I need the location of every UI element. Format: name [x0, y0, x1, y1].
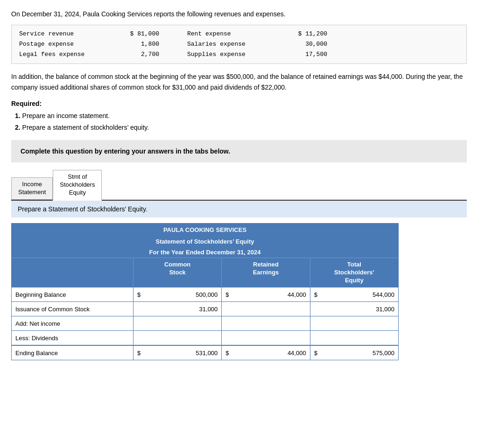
table-row-ending-balance: Ending Balance $ 531,000 $ 44,000 $ 575,…: [12, 345, 398, 360]
beginning-retained-value: 44,000: [231, 291, 306, 298]
stmt-col-headers: CommonStock RetainedEarnings TotalStockh…: [12, 258, 398, 287]
tab-stockholders-equity[interactable]: Stmt ofStockholdersEquity: [53, 170, 102, 201]
dividends-total[interactable]: [310, 331, 398, 345]
required-label: Required:: [11, 100, 467, 107]
supplies-expense-label: Supplies expense: [187, 49, 246, 60]
table-row-beginning-balance: Beginning Balance $ 500,000 $ 44,000 $ 5…: [12, 287, 398, 301]
data-item-salaries-expense: Salaries expense 30,000: [187, 39, 327, 49]
net-income-label: Add: Net income: [12, 316, 133, 330]
ending-balance-total[interactable]: $ 575,000: [310, 346, 398, 360]
beginning-balance-common[interactable]: $ 500,000: [133, 287, 221, 301]
dividends-common[interactable]: [133, 331, 221, 345]
ending-balance-common[interactable]: $ 531,000: [133, 346, 221, 360]
item-2-num: 2.: [15, 124, 21, 131]
item-2-text: Prepare a statement of stockholders’ equ…: [22, 124, 149, 131]
beginning-common-value: 500,000: [142, 291, 218, 298]
issuance-common-value: 31,000: [137, 306, 218, 313]
col-header-common-stock: CommonStock: [133, 258, 221, 287]
left-data-col: Service revenue $ 81,000 Postage expense…: [19, 29, 159, 60]
issuance-total[interactable]: 31,000: [310, 302, 398, 316]
complete-box: Complete this question by entering your …: [11, 140, 467, 162]
required-item-1: 1. Prepare an income statement.: [15, 111, 467, 121]
net-income-retained[interactable]: [221, 316, 309, 330]
tab-instruction-text: Prepare a Statement of Stockholders’ Equ…: [18, 205, 148, 213]
stmt-title: Statement of Stockholders’ Equity: [12, 236, 398, 247]
net-income-common[interactable]: [133, 316, 221, 330]
salaries-expense-label: Salaries expense: [187, 39, 246, 49]
ending-common-value: 531,000: [142, 350, 218, 357]
legal-fees-label: Legal fees expense: [19, 49, 84, 60]
beginning-balance-label: Beginning Balance: [12, 287, 133, 301]
ending-retained-value: 44,000: [231, 350, 306, 357]
rent-expense-label: Rent expense: [187, 29, 231, 39]
ending-total-dollar: $: [314, 350, 317, 357]
intro-paragraph: On December 31, 2024, Paula Cooking Serv…: [11, 9, 467, 19]
table-row-net-income: Add: Net income: [12, 316, 398, 330]
table-row-dividends: Less: Dividends: [12, 330, 398, 345]
col-header-empty: [12, 258, 133, 287]
beginning-total-value: 544,000: [319, 291, 394, 298]
required-items: 1. Prepare an income statement. 2. Prepa…: [11, 111, 467, 133]
table-row-issuance: Issuance of Common Stock 31,000 31,000: [12, 301, 398, 316]
item-1-text: Prepare an income statement.: [22, 112, 110, 119]
data-item-rent-expense: Rent expense $ 11,200: [187, 29, 327, 39]
dividends-retained[interactable]: [221, 331, 309, 345]
postage-expense-label: Postage expense: [19, 39, 74, 49]
dividends-label: Less: Dividends: [12, 331, 133, 345]
issuance-common[interactable]: 31,000: [133, 302, 221, 316]
tab-income-statement[interactable]: IncomeStatement: [11, 177, 53, 200]
ending-retained-dollar: $: [225, 350, 229, 357]
data-item-legal-fees: Legal fees expense 2,700: [19, 49, 159, 60]
service-revenue-value: $ 81,000: [130, 29, 159, 39]
tabs-section: IncomeStatement Stmt ofStockholdersEquit…: [11, 170, 467, 360]
beginning-total-dollar: $: [314, 291, 317, 298]
beginning-retained-dollar: $: [225, 291, 229, 298]
stmt-company-name: PAULA COOKING SERVICES: [12, 224, 398, 236]
data-item-service-revenue: Service revenue $ 81,000: [19, 29, 159, 39]
data-item-postage-expense: Postage expense 1,800: [19, 39, 159, 49]
stmt-period: For the Year Ended December 31, 2024: [12, 247, 398, 258]
col-header-retained-earnings: RetainedEarnings: [221, 258, 309, 287]
tab-instruction: Prepare a Statement of Stockholders’ Equ…: [11, 201, 467, 217]
statement-table: PAULA COOKING SERVICES Statement of Stoc…: [11, 223, 399, 361]
item-1-num: 1.: [15, 112, 21, 119]
ending-common-dollar: $: [137, 350, 141, 357]
tabs-row: IncomeStatement Stmt ofStockholdersEquit…: [11, 170, 467, 201]
data-item-supplies-expense: Supplies expense 17,500: [187, 49, 327, 60]
rent-expense-value: $ 11,200: [298, 29, 327, 39]
required-section: Required: 1. Prepare an income statement…: [11, 100, 467, 133]
ending-balance-label: Ending Balance: [12, 346, 133, 360]
salaries-expense-value: 30,000: [305, 39, 327, 49]
issuance-label: Issuance of Common Stock: [12, 302, 133, 316]
service-revenue-label: Service revenue: [19, 29, 74, 39]
required-item-2: 2. Prepare a statement of stockholders’ …: [15, 123, 467, 133]
financial-data-table: Service revenue $ 81,000 Postage expense…: [11, 25, 467, 64]
issuance-retained[interactable]: [221, 302, 309, 316]
postage-expense-value: 1,800: [141, 39, 159, 49]
supplies-expense-value: 17,500: [305, 49, 327, 60]
issuance-total-value: 31,000: [314, 306, 394, 313]
beginning-balance-total[interactable]: $ 544,000: [310, 287, 398, 301]
complete-box-text: Complete this question by entering your …: [21, 147, 230, 155]
additional-text: In addition, the balance of common stock…: [11, 71, 467, 92]
ending-total-value: 575,000: [319, 350, 394, 357]
col-header-total-equity: TotalStockholders'Equity: [310, 258, 398, 287]
legal-fees-value: 2,700: [141, 49, 159, 60]
beginning-common-dollar: $: [137, 291, 141, 298]
net-income-total[interactable]: [310, 316, 398, 330]
right-data-col: Rent expense $ 11,200 Salaries expense 3…: [187, 29, 327, 60]
beginning-balance-retained[interactable]: $ 44,000: [221, 287, 309, 301]
ending-balance-retained[interactable]: $ 44,000: [221, 346, 309, 360]
